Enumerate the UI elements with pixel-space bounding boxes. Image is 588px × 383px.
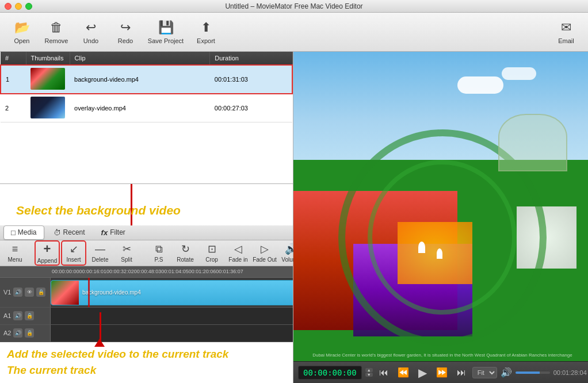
crop-button[interactable]: ⊡ Crop — [199, 240, 224, 266]
col-thumbnails: Thumbnails — [26, 52, 70, 65]
thumbnail-image — [30, 68, 65, 90]
tab-filter[interactable]: fx Filter — [94, 226, 132, 239]
a2-track-content[interactable] — [51, 325, 293, 342]
rotate-button[interactable]: ↻ Rotate — [173, 240, 198, 266]
v1-track-row: V1 🔊 👁 🔒 background-video.mp4 — [0, 278, 293, 308]
save-button[interactable]: 💾 Save Project — [143, 15, 189, 49]
col-num: # — [1, 52, 26, 65]
split-button[interactable]: ✂ Split — [114, 240, 139, 266]
tab-media-label: Media — [18, 228, 37, 236]
traffic-lights — [5, 3, 32, 10]
fadeout-icon: ▷ — [261, 243, 269, 255]
email-icon: ✉ — [561, 20, 571, 35]
ps-button[interactable]: ⧉ P.S — [146, 240, 171, 266]
a1-lock-icon[interactable]: 🔒 — [25, 311, 34, 320]
timeline-ruler: 00:00:00:00 00:00:16:01 00:00:32:02 00:0… — [0, 266, 293, 278]
export-label: Export — [197, 37, 215, 44]
volume-slider[interactable] — [516, 371, 550, 374]
split-label: Split — [121, 256, 132, 263]
email-button[interactable]: ✉ Email — [549, 15, 583, 49]
remove-button[interactable]: 🗑 Remove — [39, 15, 74, 49]
v1-track-content[interactable]: background-video.mp4 — [51, 278, 293, 307]
time-up-button[interactable]: ▲ — [365, 368, 373, 372]
v1-eye-icon[interactable]: 👁 — [25, 288, 34, 297]
tick-1: 00:00:16:01 — [79, 269, 107, 274]
tab-filter-label: Filter — [110, 228, 125, 236]
video-clip[interactable]: background-video.mp4 — [51, 280, 293, 305]
a2-audio-icon[interactable]: 🔊 — [13, 328, 22, 338]
skip-to-start-button[interactable]: ⏮ — [376, 366, 391, 379]
tick-5: 00:01:20:06 — [189, 269, 216, 274]
open-button[interactable]: 📂 Open — [5, 15, 39, 49]
volume-speaker-icon[interactable]: 🔊 — [501, 367, 512, 378]
skip-to-end-button[interactable]: ⏭ — [454, 366, 469, 379]
bottom-arrow-line — [100, 312, 101, 342]
tab-recent[interactable]: ⏱ Recent — [47, 226, 92, 239]
a1-track-content[interactable] — [51, 308, 293, 324]
current-time-display[interactable]: 00:00:00:00 — [298, 366, 362, 380]
append-label: Append — [37, 258, 57, 264]
tl-annotation-arrow-line — [88, 278, 90, 307]
minimize-button[interactable] — [15, 3, 22, 10]
table-row[interactable]: 1 background-video.mp4 00:01:31:03 — [1, 65, 292, 94]
play-button[interactable]: ▶ — [415, 365, 430, 381]
remove-label: Remove — [45, 37, 68, 44]
rotate-label: Rotate — [177, 256, 193, 263]
fadein-label: Fade in — [228, 256, 247, 263]
rotate-icon: ↻ — [181, 243, 190, 255]
v1-lock-icon[interactable]: 🔒 — [36, 288, 45, 297]
fadein-button[interactable]: ◁ Fade in — [226, 240, 251, 266]
thumbnail-image — [30, 97, 65, 118]
sculpture-1 — [418, 242, 425, 253]
filter-tab-icon: fx — [101, 228, 108, 237]
maximize-button[interactable] — [25, 3, 32, 10]
tab-media[interactable]: □ Media — [3, 225, 44, 240]
clip-duration: 00:00:27:03 — [210, 94, 292, 122]
timeline-toolbar: ≡ Menu + Append ↙ Insert — Delete ✂ Spli… — [0, 240, 293, 266]
insert-button[interactable]: ↙ Insert — [61, 240, 86, 266]
fit-select[interactable]: Fit — [472, 367, 497, 378]
email-label: Email — [558, 37, 574, 44]
step-back-button[interactable]: ⏪ — [395, 366, 412, 379]
menu-button[interactable]: ≡ Menu — [2, 240, 28, 266]
thumbnail-cell — [26, 94, 70, 122]
window-title: Untitled – MovieMator Free Mac Video Edi… — [225, 2, 362, 10]
total-duration: 00:01:28:04 — [553, 369, 587, 376]
preview-caption: Dubai Miracle Center is world's biggest … — [293, 353, 588, 358]
a2-lock-icon[interactable]: 🔒 — [25, 328, 34, 338]
menu-label: Menu — [7, 256, 22, 263]
undo-button[interactable]: ↩ Undo — [74, 15, 108, 49]
step-forward-button[interactable]: ⏩ — [433, 366, 450, 379]
video-preview[interactable]: Dubai Miracle Center is world's biggest … — [293, 52, 588, 361]
undo-icon: ↩ — [86, 20, 96, 35]
thumbnail-cell — [26, 65, 70, 94]
close-button[interactable] — [5, 3, 12, 10]
tick-4: 00:01:04:05 — [161, 269, 189, 274]
v1-audio-icon[interactable]: 🔊 — [13, 288, 22, 297]
clip-table: # Thumbnails Clip Duration 1 background-… — [0, 52, 293, 122]
fadeout-button[interactable]: ▷ Fade Out — [252, 240, 277, 266]
recent-tab-icon: ⏱ — [54, 228, 61, 237]
open-icon: 📂 — [14, 20, 30, 35]
clip-list: # Thumbnails Clip Duration 1 background-… — [0, 52, 293, 184]
save-label: Save Project — [148, 37, 184, 44]
main-area: # Thumbnails Clip Duration 1 background-… — [0, 52, 588, 383]
export-button[interactable]: ⬆ Export — [189, 15, 223, 49]
redo-button[interactable]: ↪ Redo — [108, 15, 143, 49]
right-panel: Dubai Miracle Center is world's biggest … — [293, 52, 588, 383]
tick-2: 00:00:32:02 — [106, 269, 134, 274]
append-button[interactable]: + Append — [35, 240, 60, 266]
select-bg-annotation: Select the background video — [16, 204, 181, 217]
playback-controls: 00:00:00:00 ▲ ▼ ⏮ ⏪ ▶ ⏩ ⏭ Fit 🔊 00:01:28… — [293, 361, 588, 383]
fadeout-label: Fade Out — [253, 256, 277, 263]
v1-track-label: V1 🔊 👁 🔒 — [0, 278, 51, 307]
greenhouse — [498, 114, 567, 171]
menu-icon: ≡ — [12, 243, 18, 255]
a1-audio-icon[interactable]: 🔊 — [13, 311, 22, 320]
delete-label: Delete — [92, 256, 109, 263]
current-track-annotation: The current track — [7, 363, 286, 378]
delete-button[interactable]: — Delete — [87, 240, 113, 266]
table-row[interactable]: 2 overlay-video.mp4 00:00:27:03 — [1, 94, 292, 122]
a1-track-row: A1 🔊 🔒 — [0, 308, 293, 325]
time-down-button[interactable]: ▼ — [365, 373, 373, 377]
